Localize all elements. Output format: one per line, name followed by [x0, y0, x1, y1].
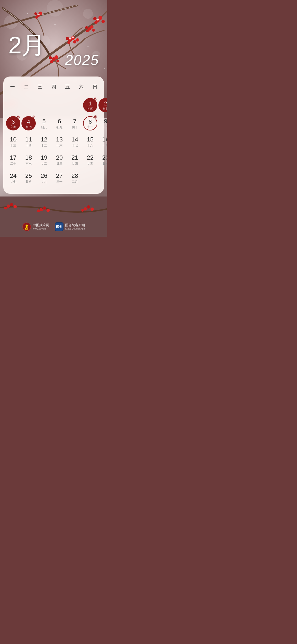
- day-13-lunar: 十六: [56, 144, 62, 147]
- day-6-lunar: 初九: [56, 126, 62, 129]
- state-council-app-icon: 国务: [55, 222, 64, 231]
- day-25: 25 廿八: [21, 169, 36, 187]
- day-16: 16 十九: [98, 133, 107, 151]
- footer-app-name: 国务院客户端: [65, 223, 85, 227]
- day-23-lunar: 廿六: [103, 162, 107, 165]
- day-24: 24 廿七: [6, 169, 21, 187]
- day-16-num: 16: [102, 136, 107, 143]
- weekday-mon: 一: [6, 82, 19, 92]
- weekday-thu: 四: [47, 82, 61, 92]
- day-14-lunar: 十七: [72, 144, 78, 147]
- day-20: 20 廿三: [52, 151, 67, 169]
- day-5: 5 初八: [36, 114, 52, 133]
- day-6-circle: 6 初九: [52, 116, 67, 130]
- day-9: 9 十二: [98, 114, 107, 133]
- day-25-circle: 25 廿八: [21, 171, 36, 185]
- empty-cell: [36, 96, 52, 114]
- day-3: 休 3 立春: [6, 114, 21, 133]
- footer-gov-item: 中国政府网 www.gov.cn: [22, 222, 49, 231]
- day-18-circle: 18 雨水: [21, 152, 36, 167]
- day-9-num: 9: [104, 118, 107, 125]
- day-18-lunar: 雨水: [26, 162, 32, 165]
- day-20-lunar: 廿三: [56, 162, 62, 165]
- day-5-circle: 5 初八: [37, 116, 51, 130]
- svg-rect-70: [25, 229, 28, 230]
- day-10-circle: 10 十三: [6, 134, 20, 149]
- footer-gov-name: 中国政府网: [33, 223, 49, 227]
- day-22-lunar: 廿五: [87, 162, 93, 165]
- day-14-num: 14: [72, 136, 78, 143]
- day-21: 21 廿四: [67, 151, 82, 169]
- day-3-num: 3: [12, 118, 15, 125]
- month-number: 2月: [8, 31, 45, 59]
- footer-app-text: 国务院客户端 State Council App: [65, 223, 85, 230]
- day-3-lunar: 立春: [10, 125, 16, 129]
- svg-point-63: [37, 209, 40, 212]
- day-20-num: 20: [56, 154, 63, 161]
- svg-point-69: [26, 225, 28, 227]
- footer-gov-url: www.gov.cn: [33, 227, 49, 230]
- day-15-lunar: 十八: [87, 144, 93, 147]
- day-8: 班 8 十一: [82, 114, 98, 133]
- day-15-circle: 15 十八: [83, 134, 97, 149]
- svg-point-57: [10, 203, 13, 206]
- day-27-lunar: 三十: [56, 180, 62, 183]
- calendar-grid: 休 1 初四 休 2 初五 休 3 立春: [6, 96, 102, 187]
- day-7-num: 7: [73, 118, 76, 125]
- svg-point-62: [46, 209, 50, 212]
- svg-point-61: [43, 206, 46, 210]
- day-17-lunar: 二十: [10, 162, 16, 165]
- day-28: 28 二月: [67, 169, 82, 187]
- header-divider: [8, 94, 100, 94]
- weekday-wed: 三: [33, 82, 47, 92]
- empty-cell: [67, 96, 82, 114]
- day-15: 15 十八: [82, 133, 98, 151]
- day-21-num: 21: [72, 154, 78, 161]
- day-5-num: 5: [42, 118, 46, 125]
- day-7: 7 初十: [67, 114, 82, 133]
- day-19-circle: 19 廿二: [37, 152, 51, 167]
- calendar-card: 一 二 三 四 五 六 日 休 1 初四 休: [3, 77, 104, 194]
- day-24-circle: 24 廿七: [6, 171, 20, 185]
- day-12-circle: 12 十五: [37, 134, 51, 149]
- day-28-circle: 28 二月: [68, 171, 82, 185]
- day-4-num: 4: [27, 118, 30, 125]
- day-12: 12 十五: [36, 133, 52, 151]
- day-22-num: 22: [87, 154, 94, 161]
- day-22: 22 廿五: [82, 151, 98, 169]
- day-4-lunar: 初七: [26, 125, 32, 129]
- day-16-lunar: 十九: [103, 144, 107, 147]
- footer: 中国政府网 www.gov.cn 国务 国务院客户端 State Council…: [0, 219, 107, 237]
- day-20-circle: 20 廿三: [52, 152, 67, 167]
- day-26-lunar: 廿九: [41, 180, 47, 183]
- empty-cell-end-1: [82, 169, 98, 187]
- svg-point-59: [4, 207, 7, 209]
- day-7-circle: 7 初十: [68, 116, 82, 130]
- day-18: 18 雨水: [21, 151, 36, 169]
- footer-gov-text: 中国政府网 www.gov.cn: [33, 223, 49, 230]
- day-21-circle: 21 廿四: [68, 152, 82, 167]
- day-17-circle: 17 二十: [6, 152, 20, 167]
- day-10: 10 十三: [6, 133, 21, 151]
- day-18-num: 18: [25, 154, 32, 161]
- day-15-num: 15: [87, 136, 94, 143]
- day-23-circle: 23 廿六: [98, 152, 107, 167]
- empty-cell: [52, 96, 67, 114]
- day-2-num: 2: [104, 100, 107, 107]
- day-16-circle: 16 十九: [98, 134, 107, 149]
- empty-cell: [21, 96, 36, 114]
- svg-text:国务: 国务: [56, 225, 62, 228]
- day-6-num: 6: [58, 118, 61, 125]
- day-9-circle: 9 十二: [98, 116, 107, 130]
- day-24-lunar: 廿七: [10, 180, 16, 183]
- gov-logo-icon: [22, 222, 31, 231]
- day-2: 休 2 初五: [98, 96, 107, 114]
- weekday-sun: 日: [88, 82, 102, 92]
- empty-cell-end-2: [98, 169, 107, 187]
- day-11-num: 11: [25, 136, 32, 143]
- svg-point-66: [90, 208, 94, 211]
- day-13: 13 十六: [52, 133, 67, 151]
- day-12-lunar: 十五: [41, 144, 47, 147]
- day-19-lunar: 廿二: [41, 162, 47, 165]
- day-19-num: 19: [41, 154, 47, 161]
